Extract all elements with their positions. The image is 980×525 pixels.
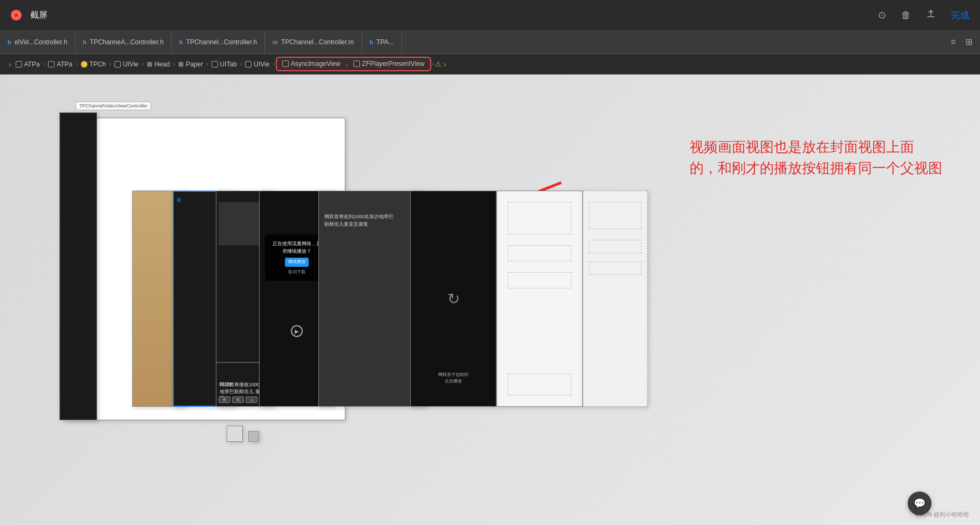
tab-1[interactable]: h elVid...Controller.h xyxy=(0,30,76,53)
bc-item-2[interactable]: ATPa xyxy=(46,59,74,69)
bc-label-2: ATPa xyxy=(57,60,72,68)
continue-play-btn[interactable]: 继续播放 xyxy=(285,258,309,267)
breadcrumb-back[interactable]: › xyxy=(6,59,13,70)
panel-stack: TPChannelVideoViewController 彩 01:28 阿联酋… xyxy=(32,102,734,469)
bc-highlighted-group: AsyncImageView › ZFPlayerPresentView xyxy=(276,57,431,71)
tab-icon-m: m xyxy=(273,39,278,45)
tab-bar: h elVid...Controller.h h TPChanneA...Con… xyxy=(0,30,980,54)
bc-grid-icon: ▦ xyxy=(147,60,152,68)
tab-2[interactable]: h TPChanneA...Controller.h xyxy=(76,30,172,53)
bc-label-8: UIVie xyxy=(254,60,269,68)
tab-icon-h: h xyxy=(370,39,373,45)
tab-4[interactable]: m TPChannel...Controller.m xyxy=(265,30,362,53)
bc-square-icon xyxy=(212,61,218,68)
done-button[interactable]: 完成 xyxy=(951,9,969,22)
bc-square-icon xyxy=(114,61,121,68)
view-area: TPChannelVideoViewController 彩 01:28 阿联酋… xyxy=(0,75,980,525)
tab-5-label: TPA... xyxy=(376,38,393,46)
tab-1-label: elVid...Controller.h xyxy=(15,38,67,46)
share-icon[interactable] xyxy=(926,9,936,22)
feedback-button[interactable]: 💬 xyxy=(908,492,931,515)
video-btn-3: ② xyxy=(246,396,257,403)
tab-5[interactable]: h TPA... xyxy=(362,30,402,53)
bc-item-6[interactable]: ▦ Paper xyxy=(176,59,205,69)
bc-warning-icon: ⚠ xyxy=(435,60,441,68)
right-panel-text: 网联首子也组织点击播放 xyxy=(416,372,491,385)
tab-3-label: TPChannel...Controller.h xyxy=(186,38,257,46)
panel-dark-left xyxy=(59,112,97,420)
bc-item-3[interactable]: TPCh xyxy=(79,59,108,69)
tab-controls: ≡ ⊞ xyxy=(943,30,980,53)
tab-icon-h: h xyxy=(83,39,87,45)
bc-label-6: Paper xyxy=(186,60,203,68)
bc-label-zfplayer: ZFPlayerPresentView xyxy=(362,60,425,68)
bc-label-5: Head xyxy=(154,60,170,68)
tab-4-label: TPChannel...Controller.m xyxy=(281,38,354,46)
tab-menu-icon[interactable]: ≡ xyxy=(949,36,958,48)
bc-item-zfplayer[interactable]: ZFPlayerPresentView xyxy=(351,59,427,69)
video-btn-1: 图 xyxy=(219,396,230,403)
bc-item-4[interactable]: UIVie xyxy=(112,59,141,69)
bottom-mini-panel-2 xyxy=(248,431,259,442)
panel-outline-right xyxy=(496,191,583,407)
bc-label-3: TPCh xyxy=(90,60,106,68)
tab-3[interactable]: h TPChannel...Controller.h xyxy=(172,30,265,53)
annotate-icon[interactable]: ⊙ xyxy=(878,9,886,21)
window-title: 截屏 xyxy=(30,10,47,21)
bc-item-async[interactable]: AsyncImageView xyxy=(280,59,343,69)
bc-square-icon xyxy=(16,61,22,68)
bc-label-async: AsyncImageView xyxy=(291,60,341,68)
top-bar: × 截屏 ⊙ 🗑 完成 xyxy=(0,0,980,30)
loading-spinner: ↻ xyxy=(447,290,460,308)
gray-panel-text: 网联首将收到1000名加沙地带巴勒斯坦儿童直至康复 xyxy=(324,213,420,228)
bc-square-icon xyxy=(245,61,251,68)
breadcrumb-forward[interactable]: › xyxy=(441,59,448,70)
bottom-mini-panel xyxy=(227,426,243,442)
tab-icon-h: h xyxy=(8,39,11,45)
bc-label-7: UITab xyxy=(220,60,237,68)
controller-label: TPChannelVideoViewController xyxy=(76,102,151,110)
play-button[interactable]: ▶ xyxy=(291,325,303,337)
main-content: TPChannelVideoViewController 彩 01:28 阿联酋… xyxy=(0,75,980,525)
bc-label-1: ATPa xyxy=(24,60,40,68)
bc-circle-icon xyxy=(81,61,87,68)
bc-item-7[interactable]: UITab xyxy=(209,59,239,69)
bc-grid-icon-2: ▦ xyxy=(178,60,183,68)
bc-item-5[interactable]: ▦ Head xyxy=(145,59,172,69)
top-actions: ⊙ 🗑 完成 xyxy=(878,9,969,22)
delete-icon[interactable]: 🗑 xyxy=(901,10,911,21)
bc-item-1[interactable]: ATPa xyxy=(13,59,42,69)
bc-square-icon xyxy=(282,60,289,67)
close-button[interactable]: × xyxy=(11,10,22,21)
breadcrumb-bar: › ATPa › ATPa › TPCh › UIVie › ▦ Head › … xyxy=(0,54,980,75)
bc-square-icon xyxy=(48,61,55,68)
bc-item-8[interactable]: UIVie xyxy=(243,59,271,69)
bc-square-icon xyxy=(353,60,360,67)
tab-add-icon[interactable]: ⊞ xyxy=(963,36,975,48)
tab-icon-h: h xyxy=(179,39,183,45)
tab-2-label: TPChanneA...Controller.h xyxy=(90,38,164,46)
bc-label-4: UIVie xyxy=(123,60,139,68)
video-btn-2: 视 xyxy=(232,396,244,403)
panel-dark-right: ↻ 网联首子也组织点击播放 xyxy=(410,191,496,407)
cancel-download: 取消下载 xyxy=(273,269,321,276)
panel-far-right xyxy=(583,191,648,407)
